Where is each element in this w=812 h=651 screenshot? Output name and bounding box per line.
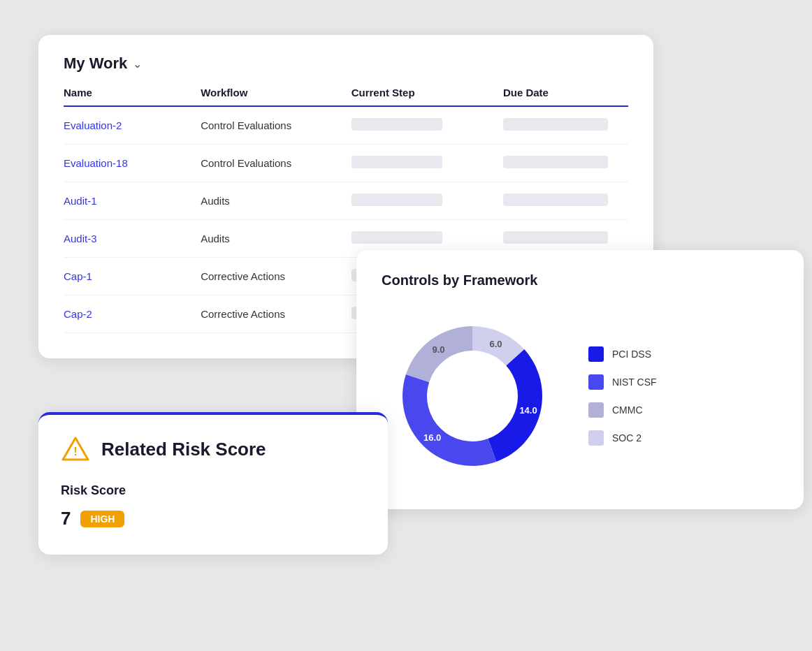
donut-label-soc-2: 6.0 bbox=[490, 339, 502, 349]
risk-badge: HIGH bbox=[80, 511, 124, 527]
row-current-step bbox=[351, 145, 503, 182]
my-work-header: My Work ⌄ bbox=[64, 54, 628, 73]
donut-label-pci-dss: 14.0 bbox=[519, 405, 537, 416]
framework-content: 6.014.016.09.0 PCI DSSNIST CSFCMMCSOC 2 bbox=[382, 305, 778, 487]
row-due-date bbox=[503, 145, 628, 182]
row-workflow: Corrective Actions bbox=[201, 258, 351, 295]
col-due-date: Due Date bbox=[503, 87, 628, 106]
row-workflow: Audits bbox=[201, 182, 351, 220]
svg-text:!: ! bbox=[73, 446, 77, 458]
row-name[interactable]: Audit-1 bbox=[64, 182, 201, 220]
scene: My Work ⌄ Name Workflow Current Step Due… bbox=[0, 0, 812, 651]
legend-item: CMMC bbox=[588, 402, 657, 418]
row-workflow: Control Evaluations bbox=[201, 106, 351, 145]
col-workflow: Workflow bbox=[201, 87, 351, 106]
risk-header-title: Related Risk Score bbox=[101, 439, 266, 460]
donut-segment-nist-csf bbox=[403, 374, 496, 466]
legend-color-box bbox=[588, 346, 604, 362]
legend-label: PCI DSS bbox=[612, 349, 651, 360]
row-name[interactable]: Evaluation-18 bbox=[64, 145, 201, 182]
risk-header: ! Related Risk Score bbox=[61, 434, 365, 464]
framework-card: Controls by Framework 6.014.016.09.0 PCI… bbox=[356, 250, 804, 509]
row-workflow: Corrective Actions bbox=[201, 295, 351, 333]
donut-label-nist-csf: 16.0 bbox=[423, 432, 441, 443]
donut-label-cmmc: 9.0 bbox=[432, 344, 444, 355]
row-workflow: Control Evaluations bbox=[201, 145, 351, 182]
col-name: Name bbox=[64, 87, 201, 106]
row-name[interactable]: Evaluation-2 bbox=[64, 106, 201, 145]
table-row: Evaluation-18Control Evaluations bbox=[64, 145, 628, 182]
table-row: Evaluation-2Control Evaluations bbox=[64, 106, 628, 145]
warning-icon: ! bbox=[61, 434, 90, 464]
table-row: Audit-1Audits bbox=[64, 182, 628, 220]
legend-item: PCI DSS bbox=[588, 346, 657, 362]
chevron-down-icon[interactable]: ⌄ bbox=[133, 57, 142, 71]
row-name[interactable]: Audit-3 bbox=[64, 220, 201, 258]
col-current-step: Current Step bbox=[351, 87, 503, 106]
legend-color-box bbox=[588, 402, 604, 418]
my-work-title: My Work bbox=[64, 54, 127, 73]
framework-title: Controls by Framework bbox=[382, 272, 778, 288]
donut-chart: 6.014.016.09.0 bbox=[382, 305, 563, 487]
legend: PCI DSSNIST CSFCMMCSOC 2 bbox=[588, 346, 657, 446]
legend-label: SOC 2 bbox=[612, 432, 641, 444]
row-workflow: Audits bbox=[201, 220, 351, 258]
row-current-step bbox=[351, 182, 503, 220]
donut-svg: 6.014.016.09.0 bbox=[382, 305, 563, 487]
risk-score-value: 7 HIGH bbox=[61, 508, 365, 529]
legend-item: NIST CSF bbox=[588, 374, 657, 390]
risk-score-label: Risk Score bbox=[61, 483, 365, 498]
row-due-date bbox=[503, 182, 628, 220]
row-name[interactable]: Cap-1 bbox=[64, 258, 201, 295]
legend-color-box bbox=[588, 374, 604, 390]
risk-card: ! Related Risk Score Risk Score 7 HIGH bbox=[38, 412, 388, 555]
legend-label: NIST CSF bbox=[612, 376, 657, 388]
row-name[interactable]: Cap-2 bbox=[64, 295, 201, 333]
legend-item: SOC 2 bbox=[588, 430, 657, 446]
row-due-date bbox=[503, 106, 628, 145]
risk-score-number: 7 bbox=[61, 508, 71, 529]
legend-color-box bbox=[588, 430, 604, 446]
legend-label: CMMC bbox=[612, 404, 643, 416]
row-current-step bbox=[351, 106, 503, 145]
